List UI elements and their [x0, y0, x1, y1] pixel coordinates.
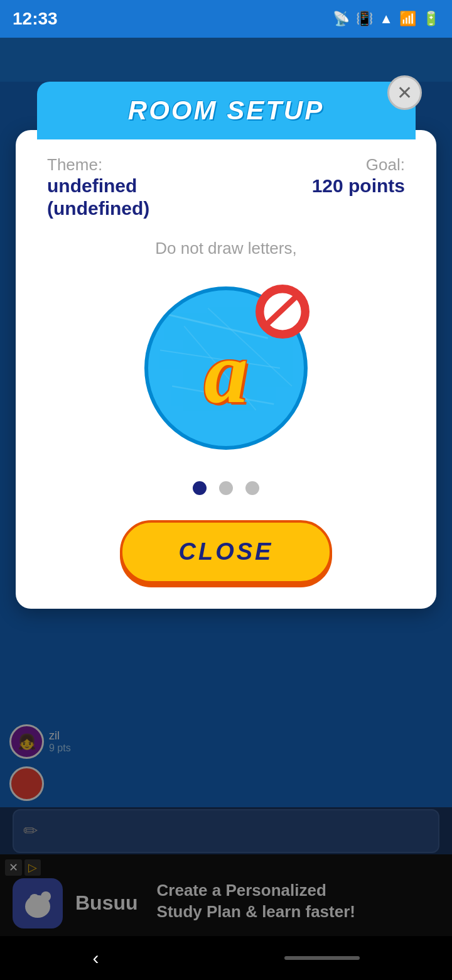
no-letters-illustration: a	[138, 280, 314, 456]
vibrate-icon: 📳	[356, 11, 373, 27]
no-sign-icon	[254, 283, 311, 340]
dot-1[interactable]	[193, 481, 207, 495]
close-button-text: CLOSE	[179, 538, 274, 565]
modal-container: ROOM SETUP ✕ Theme: undefined (undefined…	[16, 82, 436, 609]
status-icons: 📡 📳 ▲ 📶 🔋	[333, 11, 439, 27]
pagination-dots	[193, 481, 259, 495]
theme-label: Theme:	[47, 155, 149, 175]
status-bar: 12:33 📡 📳 ▲ 📶 🔋	[0, 0, 452, 38]
goal-label: Goal:	[312, 155, 405, 175]
cast-icon: 📡	[333, 11, 350, 27]
home-indicator[interactable]	[284, 956, 360, 960]
theme-value-line1: undefined	[47, 175, 149, 197]
modal-instruction: Do not draw letters,	[155, 239, 296, 258]
theme-value-line2: (undefined)	[47, 197, 149, 220]
modal-body: Theme: undefined (undefined) Goal: 120 p…	[16, 130, 436, 609]
close-button[interactable]: CLOSE	[120, 520, 333, 584]
close-x-icon: ✕	[397, 82, 412, 104]
status-time: 12:33	[13, 9, 58, 29]
nav-bar: ‹	[0, 936, 452, 980]
modal-title: ROOM SETUP	[128, 95, 324, 125]
dot-3[interactable]	[245, 481, 259, 495]
signal-icon: 📶	[399, 11, 416, 27]
letter-a-display: a	[204, 329, 248, 416]
modal-x-button[interactable]: ✕	[387, 75, 422, 110]
wifi-icon: ▲	[379, 11, 393, 27]
back-button[interactable]: ‹	[93, 947, 99, 969]
modal-header: ROOM SETUP ✕	[37, 82, 416, 139]
game-background: 👧 zil 9 pts ✏ ROOM SETUP ✕	[0, 38, 452, 942]
modal-info-row: Theme: undefined (undefined) Goal: 120 p…	[47, 155, 405, 220]
modal-goal-section: Goal: 120 points	[312, 155, 405, 197]
dot-2[interactable]	[219, 481, 233, 495]
goal-value: 120 points	[312, 175, 405, 197]
modal-theme-section: Theme: undefined (undefined)	[47, 155, 149, 220]
battery-icon: 🔋	[422, 11, 439, 27]
